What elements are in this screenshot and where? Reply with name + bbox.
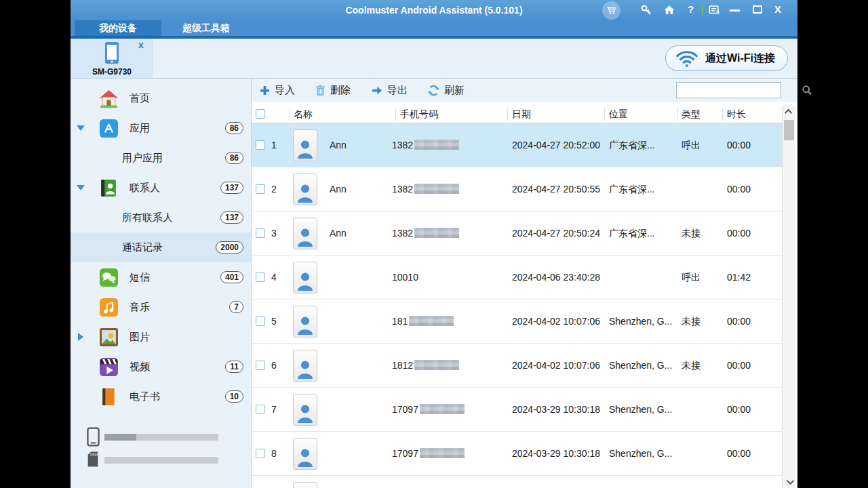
call-type: 呼出: [682, 140, 701, 152]
call-duration: 00:00: [727, 448, 751, 459]
call-date: 2024-04-27 20:52:00: [512, 140, 600, 150]
table-row[interactable]: 9: [252, 476, 782, 488]
wifi-icon: [675, 49, 698, 68]
sidebar-item-music[interactable]: 音乐 7: [71, 292, 251, 322]
column-separator: [677, 108, 678, 121]
header-duration[interactable]: 时长: [727, 108, 746, 121]
sidebar-item-label: 所有联系人: [122, 211, 173, 224]
sidebar-item-home[interactable]: 首页: [71, 83, 251, 113]
app-window: Coolmuster Android Assistant (5.0.101) ?…: [71, 0, 797, 488]
row-checkbox[interactable]: [256, 317, 265, 326]
call-duration: 00:00: [727, 228, 751, 239]
scrollbar-thumb[interactable]: [784, 120, 794, 140]
collapse-arrow-icon[interactable]: [77, 125, 85, 131]
search-icon[interactable]: [802, 85, 812, 96]
scroll-down-button[interactable]: [783, 475, 795, 488]
apps-icon: [100, 119, 118, 138]
home-icon[interactable]: [663, 4, 675, 16]
tab-super-toolkit[interactable]: 超级工具箱: [161, 20, 251, 36]
call-location: Shenzhen, G...: [609, 360, 672, 371]
minimize-icon[interactable]: [730, 9, 740, 12]
table-row[interactable]: 3 Ann 1382 2024-04-27 20:50:24 广东省深... 未…: [252, 211, 782, 256]
device-close-icon[interactable]: x: [138, 39, 144, 50]
table-row[interactable]: 4 10010 2024-04-06 23:40:28 呼出 01:42: [252, 256, 782, 300]
row-checkbox[interactable]: [256, 228, 265, 238]
call-type: 未接: [682, 228, 701, 240]
sidebar-item-label: 图片: [130, 331, 150, 344]
contact-name: Ann: [330, 184, 347, 195]
count-badge: 401: [220, 271, 243, 283]
sidebar-item-call-logs[interactable]: 通话记录 2000: [71, 232, 251, 262]
header-location[interactable]: 位置: [609, 108, 628, 121]
sidebar-item-videos[interactable]: 视频 11: [71, 352, 251, 382]
sidebar-item-user-apps[interactable]: 用户应用 86: [71, 143, 251, 173]
sidebar-item-contacts[interactable]: 联系人 137: [71, 173, 251, 203]
refresh-button[interactable]: 刷新: [428, 84, 465, 97]
call-duration: 00:00: [727, 140, 751, 150]
count-badge: 137: [220, 211, 243, 224]
table-row[interactable]: 7 17097 2024-03-29 10:30:18 Shenzhen, G.…: [252, 388, 782, 432]
row-checkbox[interactable]: [256, 140, 265, 150]
contacts-icon: [100, 179, 118, 197]
table-body: 1 Ann 1382 2024-04-27 20:52:00 广东省深... 呼…: [252, 123, 782, 488]
delete-button[interactable]: 删除: [315, 84, 351, 97]
search-input[interactable]: [677, 83, 802, 97]
sidebar-item-apps[interactable]: 应用 86: [71, 113, 251, 143]
collapse-arrow-icon[interactable]: [77, 185, 85, 190]
sidebar-item-all-contacts[interactable]: 所有联系人 137: [71, 203, 251, 232]
row-number: 1: [267, 140, 281, 150]
person-icon: [296, 138, 314, 161]
row-checkbox[interactable]: [256, 184, 265, 194]
sidebar-item-label: 视频: [130, 361, 150, 373]
phone-number: 1382: [392, 184, 459, 195]
close-icon[interactable]: X: [774, 3, 781, 15]
store-button[interactable]: [602, 1, 620, 20]
column-separator: [722, 108, 723, 121]
sidebar-item-ebooks[interactable]: 电子书 10: [71, 382, 251, 411]
cart-icon: [606, 5, 617, 16]
expand-arrow-icon[interactable]: [78, 333, 83, 341]
avatar: [293, 218, 317, 249]
device-tab[interactable]: x SM-G9730: [71, 39, 153, 78]
main-content: 导入 删除 导出 刷新 名称 手机号码 日期: [252, 79, 797, 488]
key-icon[interactable]: [640, 4, 652, 16]
row-checkbox[interactable]: [256, 449, 265, 458]
vertical-scrollbar[interactable]: [782, 105, 795, 488]
call-type: 未接: [682, 316, 701, 328]
header-date[interactable]: 日期: [512, 108, 531, 121]
person-icon: [296, 270, 314, 293]
feedback-icon[interactable]: [708, 4, 720, 16]
header-phone[interactable]: 手机号码: [400, 108, 438, 121]
table-row[interactable]: 1 Ann 1382 2024-04-27 20:52:00 广东省深... 呼…: [252, 123, 782, 167]
tab-my-device[interactable]: 我的设备: [75, 20, 161, 36]
avatar: [293, 306, 317, 338]
device-bar: x SM-G9730 通过Wi-Fi连接: [71, 39, 797, 79]
scroll-up-button[interactable]: [783, 105, 795, 118]
row-checkbox[interactable]: [256, 272, 265, 282]
row-checkbox[interactable]: [256, 405, 265, 414]
row-checkbox[interactable]: [256, 361, 265, 370]
table-row[interactable]: 5 181 2024-04-02 10:07:06 Shenzhen, G...…: [252, 300, 782, 344]
table-row[interactable]: 2 Ann 1382 2024-04-27 20:50:55 广东省深... 0…: [252, 167, 782, 211]
sidebar-item-label: 通话记录: [122, 241, 163, 254]
phone-blur: [414, 360, 459, 370]
table-row[interactable]: 6 1812 2024-04-02 10:07:06 Shenzhen, G..…: [252, 344, 782, 388]
header-type[interactable]: 类型: [682, 108, 701, 121]
phone-prefix: 181: [392, 316, 408, 327]
wifi-connect-button[interactable]: 通过Wi-Fi连接: [665, 45, 788, 71]
export-button[interactable]: 导出: [371, 84, 408, 97]
person-icon: [296, 182, 314, 205]
sidebar-item-photos[interactable]: 图片: [71, 322, 251, 352]
phone-blur: [420, 404, 465, 414]
import-button[interactable]: 导入: [260, 84, 295, 97]
phone-number: 1812: [392, 360, 459, 371]
table-row[interactable]: 8 17097 2024-03-29 10:30:18 Shenzhen, G.…: [252, 432, 782, 476]
help-icon[interactable]: ?: [688, 3, 694, 15]
phone-number: 1382: [392, 140, 459, 150]
select-all-checkbox[interactable]: [256, 109, 265, 119]
call-duration: 00:00: [727, 316, 751, 327]
header-name[interactable]: 名称: [294, 108, 313, 121]
sidebar-item-sms[interactable]: 短信 401: [71, 262, 251, 292]
maximize-icon[interactable]: [753, 5, 762, 14]
trash-icon: [315, 85, 326, 96]
